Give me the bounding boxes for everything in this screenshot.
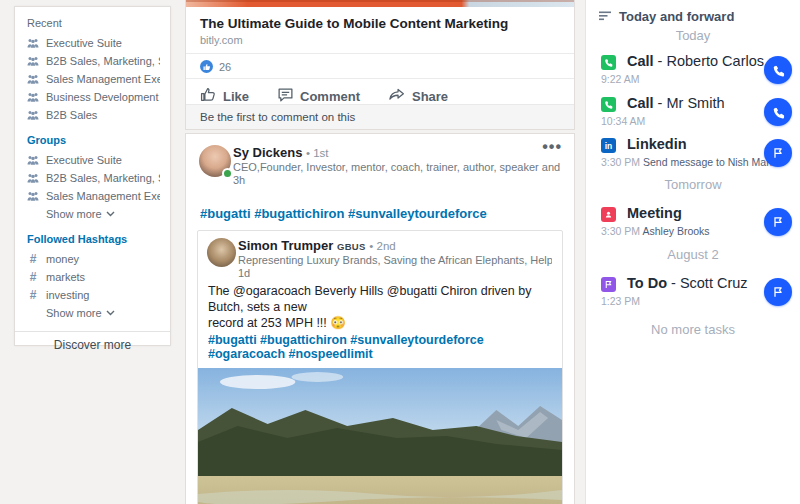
recent-item-label: Business Development - The... bbox=[46, 91, 160, 103]
avatar[interactable] bbox=[207, 238, 236, 267]
groups-show-more[interactable]: Show more bbox=[27, 205, 160, 223]
linkedin-icon: in bbox=[601, 138, 616, 153]
reshared-post-text-line2: record at 253 MPH !!! 😳 bbox=[208, 315, 552, 331]
group-item[interactable]: Sales Management Executives bbox=[27, 187, 160, 205]
group-item[interactable]: Executive Suite bbox=[27, 151, 160, 169]
group-item-label: B2B Sales, Marketing, Social ... bbox=[46, 172, 160, 184]
recent-item-label: B2B Sales, Marketing, Social ... bbox=[46, 55, 160, 67]
group-item-label: Sales Management Executives bbox=[46, 190, 160, 202]
recent-item[interactable]: B2B Sales bbox=[27, 106, 160, 124]
group-item[interactable]: B2B Sales, Marketing, Social ... bbox=[27, 169, 160, 187]
video-thumbnail bbox=[198, 368, 562, 504]
reactions-row[interactable]: 26 bbox=[186, 54, 574, 79]
task-item-call-smith[interactable]: Call - Mr Smith 10:34 AM bbox=[601, 95, 760, 131]
task-time: 9:22 AM bbox=[601, 73, 640, 85]
share-label: Share bbox=[412, 89, 448, 104]
recent-item[interactable]: Business Development - The... bbox=[27, 88, 160, 106]
comment-button[interactable]: Comment bbox=[277, 86, 360, 106]
groups-title[interactable]: Groups bbox=[27, 134, 160, 146]
reshared-post-card[interactable]: Simon Trumper GBUS • 2nd Representing Lu… bbox=[197, 230, 563, 504]
hashtag-icon: # bbox=[27, 252, 39, 266]
chevron-down-icon bbox=[106, 310, 115, 316]
group-icon bbox=[27, 92, 39, 103]
online-presence-badge bbox=[222, 168, 233, 179]
date-separator-august-2: August 2 bbox=[586, 247, 800, 262]
task-type: Call bbox=[627, 95, 654, 111]
connection-degree: • 2nd bbox=[369, 240, 395, 252]
hashtag-icon: # bbox=[27, 288, 39, 302]
followed-hashtags-title[interactable]: Followed Hashtags bbox=[27, 233, 160, 245]
link-post-image[interactable] bbox=[186, 0, 574, 7]
task-item-linkedin[interactable]: in Linkedin 3:30 PM Send message to Nish… bbox=[601, 136, 760, 172]
group-icon bbox=[27, 191, 39, 202]
recent-item[interactable]: B2B Sales, Marketing, Social ... bbox=[27, 52, 160, 70]
reshared-post-time: 1d bbox=[238, 267, 552, 279]
like-button[interactable]: Like bbox=[200, 86, 249, 106]
group-icon bbox=[27, 56, 39, 67]
recent-item-label: Sales Management Executives bbox=[46, 73, 160, 85]
comment-prompt[interactable]: Be the first to comment on this bbox=[186, 104, 574, 129]
comment-label: Comment bbox=[300, 89, 360, 104]
task-type: Meeting bbox=[627, 205, 682, 221]
avatar[interactable] bbox=[199, 145, 231, 177]
group-item-label: Executive Suite bbox=[46, 154, 122, 166]
reshared-post-hashtags[interactable]: #bugatti #bugattichiron #sunvalleytourde… bbox=[198, 331, 562, 368]
feed-column: The Ultimate Guide to Mobile Content Mar… bbox=[185, 0, 575, 504]
task-time: 1:23 PM bbox=[601, 295, 640, 307]
discover-more-button[interactable]: Discover more bbox=[15, 331, 170, 358]
author-badge: GBUS bbox=[337, 241, 366, 252]
share-icon bbox=[388, 86, 406, 106]
tasks-panel-title: Today and forward bbox=[619, 9, 734, 24]
task-item-call-roberto[interactable]: Call - Roberto Carlos 9:22 AM bbox=[601, 53, 760, 89]
date-separator-today: Today bbox=[586, 28, 800, 43]
call-action-button[interactable] bbox=[764, 56, 792, 84]
post-hashtags[interactable]: #bugatti #bugattichiron #sunvalleytourde… bbox=[186, 201, 574, 221]
left-sidebar: Recent Executive Suite B2B Sales, Market… bbox=[14, 6, 171, 346]
link-post-domain: bitly.com bbox=[186, 31, 574, 54]
call-action-button[interactable] bbox=[764, 98, 792, 126]
flag-action-button[interactable] bbox=[764, 139, 792, 167]
link-post-title[interactable]: The Ultimate Guide to Mobile Content Mar… bbox=[186, 7, 574, 31]
share-button[interactable]: Share bbox=[388, 86, 448, 106]
tasks-panel: Today and forward Today Call - Roberto C… bbox=[585, 0, 800, 504]
todo-flag-icon bbox=[601, 277, 616, 292]
reshared-author-headline: Representing Luxury Brands, Saving the A… bbox=[238, 254, 552, 266]
comment-icon bbox=[277, 86, 294, 106]
task-time: 3:30 PM bbox=[601, 225, 640, 237]
group-icon bbox=[27, 74, 39, 85]
flag-action-button[interactable] bbox=[764, 278, 792, 306]
task-type: Linkedin bbox=[627, 136, 687, 152]
hashtag-item-label: money bbox=[46, 253, 79, 265]
task-item-meeting[interactable]: Meeting 3:30 PM Ashley Brooks bbox=[601, 205, 760, 241]
group-icon bbox=[27, 155, 39, 166]
thumbs-up-icon bbox=[200, 86, 217, 106]
flag-action-button[interactable] bbox=[764, 208, 792, 236]
author-name[interactable]: Sy Dickens bbox=[233, 145, 302, 160]
like-reaction-icon bbox=[200, 60, 213, 73]
hashtag-item-label: markets bbox=[46, 271, 85, 283]
filter-sort-icon bbox=[599, 9, 612, 24]
task-subject: - Roberto Carlos bbox=[654, 53, 764, 69]
video-player[interactable]: 0:01 / 0:22 bbox=[198, 368, 562, 504]
reshared-author-name[interactable]: Simon Trumper bbox=[238, 238, 333, 253]
group-icon bbox=[27, 110, 39, 121]
meeting-person-icon bbox=[601, 207, 616, 222]
hashtag-item[interactable]: # markets bbox=[27, 268, 160, 286]
hashtag-item-label: investing bbox=[46, 289, 89, 301]
hashtag-item[interactable]: # investing bbox=[27, 286, 160, 304]
hashtag-item[interactable]: # money bbox=[27, 250, 160, 268]
hashtags-show-more[interactable]: Show more bbox=[27, 304, 160, 322]
chevron-down-icon bbox=[106, 211, 115, 217]
post-options-icon[interactable]: ••• bbox=[542, 138, 562, 156]
tasks-panel-header[interactable]: Today and forward bbox=[599, 9, 734, 24]
hashtag-icon: # bbox=[27, 270, 39, 284]
task-item-todo[interactable]: To Do - Scott Cruz 1:23 PM bbox=[601, 275, 760, 311]
like-label: Like bbox=[223, 89, 249, 104]
post-header: Sy Dickens • 1st CEO,Founder, Investor, … bbox=[186, 134, 574, 201]
task-description: Ashley Brooks bbox=[642, 225, 709, 237]
task-type: To Do bbox=[627, 275, 667, 291]
author-headline: CEO,Founder, Investor, mentor, coach, tr… bbox=[233, 161, 560, 173]
recent-item[interactable]: Executive Suite bbox=[27, 34, 160, 52]
task-subject: - Scott Cruz bbox=[667, 275, 748, 291]
recent-item[interactable]: Sales Management Executives bbox=[27, 70, 160, 88]
